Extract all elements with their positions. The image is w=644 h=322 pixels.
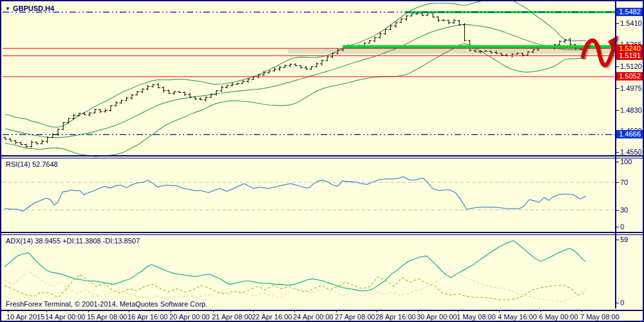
rsi-tick-label: 70 [620, 178, 628, 186]
time-tick-mark [8, 310, 8, 312]
time-tick-label: 1 May 08:00 [457, 313, 496, 321]
rsi-tick-mark [616, 210, 619, 211]
price-tick-label: 1.5120 [620, 62, 642, 70]
adx-indicator-label: ADX(14) 38.9455 +DI:11.3808 -DI:13.8507 [6, 237, 140, 245]
price-tick-mark [616, 110, 619, 111]
price-tick-mark [616, 88, 619, 89]
time-tick-mark [46, 310, 47, 312]
adx-tick-label: 59 [620, 236, 628, 243]
time-tick-mark [377, 310, 377, 312]
time-tick-label: 7 May 08:00 [580, 313, 620, 321]
chart-canvas[interactable] [1, 1, 644, 322]
time-tick-label: 27 Apr 08:00 [335, 313, 375, 321]
minus-di-line [5, 271, 586, 302]
bollinger-middle-band [5, 24, 586, 138]
adx-line [5, 241, 585, 291]
panel-separator-main-rsi-inner [1, 158, 643, 158]
time-tick-mark [129, 310, 129, 312]
rsi-tick-mark [616, 227, 619, 227]
adx-tick-mark [616, 303, 619, 303]
rsi-tick-label: 30 [620, 206, 628, 214]
rsi-tick-label: 100 [620, 158, 632, 166]
price-badge-1.4666: 1.4666 [616, 130, 643, 138]
time-tick-mark [458, 310, 459, 312]
price-tick-label: 1.4550 [620, 148, 642, 156]
chevron-down-icon[interactable]: ▼ [5, 6, 10, 12]
rsi-line [5, 177, 586, 212]
time-tick-label: 21 Apr 08:00 [212, 313, 252, 321]
price-bars [3, 12, 588, 148]
price-tick-mark [616, 66, 619, 67]
time-tick-mark [540, 310, 541, 312]
chart-window: ▼GBPUSD,H4 RSI(14) 52.7648 ADX(14) 38.94… [0, 0, 644, 322]
time-tick-label: 14 Apr 00:00 [45, 313, 85, 321]
time-scale-separator [1, 310, 643, 311]
time-tick-mark [213, 310, 214, 312]
time-tick-label: 16 Apr 16:00 [128, 313, 167, 321]
price-badge-1.5191: 1.5191 [616, 52, 643, 60]
time-tick-label: 15 Apr 08:00 [87, 313, 127, 321]
adx-tick-mark [616, 240, 619, 240]
time-tick-label: 22 Apr 16:00 [252, 313, 292, 321]
time-tick-mark [336, 310, 337, 312]
time-tick-mark [253, 310, 254, 312]
rsi-tick-label: 0 [620, 223, 624, 231]
price-tick-mark [616, 23, 619, 24]
price-badge-1.5052: 1.5052 [616, 72, 643, 80]
time-tick-label: 24 Apr 00:00 [293, 313, 333, 321]
symbol-text: GBPUSD,H4 [13, 5, 54, 12]
time-tick-mark [418, 310, 419, 312]
time-tick-mark [499, 310, 500, 312]
time-tick-label: 4 May 16:00 [498, 313, 537, 321]
terminal-copyright: FreshForex Terminal, © 2001-2014, MetaQu… [6, 300, 207, 308]
rsi-tick-mark [616, 182, 619, 183]
panel-separator-main-rsi[interactable] [1, 155, 643, 156]
time-tick-label: 28 Apr 16:00 [375, 313, 415, 321]
panel-separator-rsi-adx[interactable] [1, 232, 643, 233]
price-tick-label: 1.4975 [620, 84, 642, 92]
plus-di-line [5, 274, 586, 299]
time-tick-mark [582, 310, 582, 312]
time-tick-mark [171, 310, 171, 312]
price-badge-1.5482: 1.5482 [616, 8, 643, 16]
resistance-zone-shadow [288, 49, 615, 53]
price-tick-label: 1.4830 [620, 106, 642, 114]
symbol-label: ▼GBPUSD,H4 [5, 5, 54, 12]
time-tick-mark [88, 310, 89, 312]
adx-tick-label: 0 [620, 299, 624, 307]
time-tick-label: 20 Apr 00:00 [169, 313, 209, 321]
time-tick-label: 30 Apr 00:00 [417, 313, 457, 321]
price-tick-mark [616, 152, 619, 153]
rsi-indicator-label: RSI(14) 52.7648 [6, 160, 58, 168]
time-tick-label: 6 May 00:00 [539, 313, 578, 321]
time-tick-label: 10 Apr 2015 [6, 313, 44, 321]
rsi-tick-mark [616, 162, 619, 162]
time-tick-mark [294, 310, 295, 312]
price-tick-label: 1.5410 [620, 19, 642, 27]
panel-separator-rsi-adx-inner [1, 234, 643, 235]
resistance-zone-lower[interactable] [343, 45, 615, 48]
bollinger-lower-band [5, 44, 586, 156]
